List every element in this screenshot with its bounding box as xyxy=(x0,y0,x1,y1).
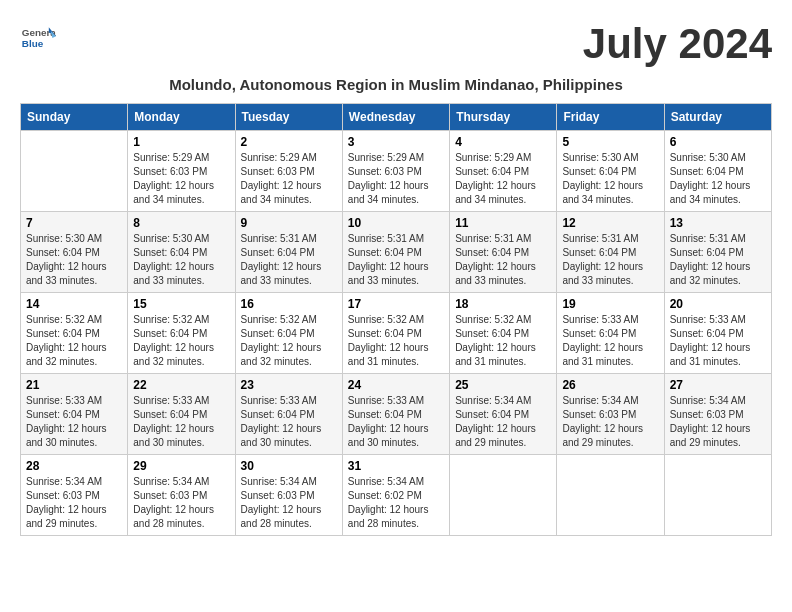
calendar-table: SundayMondayTuesdayWednesdayThursdayFrid… xyxy=(20,103,772,536)
calendar-day-cell: 11Sunrise: 5:31 AM Sunset: 6:04 PM Dayli… xyxy=(450,212,557,293)
weekday-header-row: SundayMondayTuesdayWednesdayThursdayFrid… xyxy=(21,104,772,131)
day-number: 26 xyxy=(562,378,658,392)
calendar-day-cell: 9Sunrise: 5:31 AM Sunset: 6:04 PM Daylig… xyxy=(235,212,342,293)
calendar-day-cell: 20Sunrise: 5:33 AM Sunset: 6:04 PM Dayli… xyxy=(664,293,771,374)
day-number: 14 xyxy=(26,297,122,311)
location-title: Molundo, Autonomous Region in Muslim Min… xyxy=(20,76,772,93)
calendar-day-cell: 13Sunrise: 5:31 AM Sunset: 6:04 PM Dayli… xyxy=(664,212,771,293)
day-number: 19 xyxy=(562,297,658,311)
day-info: Sunrise: 5:33 AM Sunset: 6:04 PM Dayligh… xyxy=(133,394,229,450)
day-info: Sunrise: 5:33 AM Sunset: 6:04 PM Dayligh… xyxy=(562,313,658,369)
calendar-day-cell: 25Sunrise: 5:34 AM Sunset: 6:04 PM Dayli… xyxy=(450,374,557,455)
day-info: Sunrise: 5:31 AM Sunset: 6:04 PM Dayligh… xyxy=(348,232,444,288)
calendar-day-cell: 28Sunrise: 5:34 AM Sunset: 6:03 PM Dayli… xyxy=(21,455,128,536)
calendar-day-cell: 14Sunrise: 5:32 AM Sunset: 6:04 PM Dayli… xyxy=(21,293,128,374)
calendar-week-row: 21Sunrise: 5:33 AM Sunset: 6:04 PM Dayli… xyxy=(21,374,772,455)
day-number: 15 xyxy=(133,297,229,311)
day-info: Sunrise: 5:31 AM Sunset: 6:04 PM Dayligh… xyxy=(670,232,766,288)
day-number: 28 xyxy=(26,459,122,473)
day-number: 16 xyxy=(241,297,337,311)
day-info: Sunrise: 5:32 AM Sunset: 6:04 PM Dayligh… xyxy=(241,313,337,369)
day-number: 1 xyxy=(133,135,229,149)
day-number: 25 xyxy=(455,378,551,392)
day-number: 23 xyxy=(241,378,337,392)
day-info: Sunrise: 5:31 AM Sunset: 6:04 PM Dayligh… xyxy=(455,232,551,288)
day-number: 21 xyxy=(26,378,122,392)
calendar-day-cell: 17Sunrise: 5:32 AM Sunset: 6:04 PM Dayli… xyxy=(342,293,449,374)
calendar-day-cell: 31Sunrise: 5:34 AM Sunset: 6:02 PM Dayli… xyxy=(342,455,449,536)
day-number: 9 xyxy=(241,216,337,230)
day-info: Sunrise: 5:32 AM Sunset: 6:04 PM Dayligh… xyxy=(348,313,444,369)
day-info: Sunrise: 5:31 AM Sunset: 6:04 PM Dayligh… xyxy=(241,232,337,288)
day-info: Sunrise: 5:33 AM Sunset: 6:04 PM Dayligh… xyxy=(26,394,122,450)
calendar-week-row: 1Sunrise: 5:29 AM Sunset: 6:03 PM Daylig… xyxy=(21,131,772,212)
calendar-day-cell xyxy=(557,455,664,536)
day-number: 27 xyxy=(670,378,766,392)
calendar-day-cell: 12Sunrise: 5:31 AM Sunset: 6:04 PM Dayli… xyxy=(557,212,664,293)
day-info: Sunrise: 5:34 AM Sunset: 6:03 PM Dayligh… xyxy=(133,475,229,531)
weekday-header-cell: Friday xyxy=(557,104,664,131)
day-number: 2 xyxy=(241,135,337,149)
day-number: 11 xyxy=(455,216,551,230)
day-info: Sunrise: 5:31 AM Sunset: 6:04 PM Dayligh… xyxy=(562,232,658,288)
day-info: Sunrise: 5:30 AM Sunset: 6:04 PM Dayligh… xyxy=(26,232,122,288)
calendar-day-cell: 8Sunrise: 5:30 AM Sunset: 6:04 PM Daylig… xyxy=(128,212,235,293)
calendar-day-cell: 15Sunrise: 5:32 AM Sunset: 6:04 PM Dayli… xyxy=(128,293,235,374)
calendar-day-cell: 19Sunrise: 5:33 AM Sunset: 6:04 PM Dayli… xyxy=(557,293,664,374)
day-number: 30 xyxy=(241,459,337,473)
day-info: Sunrise: 5:30 AM Sunset: 6:04 PM Dayligh… xyxy=(133,232,229,288)
calendar-body: 1Sunrise: 5:29 AM Sunset: 6:03 PM Daylig… xyxy=(21,131,772,536)
day-number: 22 xyxy=(133,378,229,392)
day-number: 10 xyxy=(348,216,444,230)
calendar-week-row: 28Sunrise: 5:34 AM Sunset: 6:03 PM Dayli… xyxy=(21,455,772,536)
day-number: 17 xyxy=(348,297,444,311)
calendar-day-cell xyxy=(664,455,771,536)
day-info: Sunrise: 5:34 AM Sunset: 6:03 PM Dayligh… xyxy=(241,475,337,531)
calendar-day-cell: 23Sunrise: 5:33 AM Sunset: 6:04 PM Dayli… xyxy=(235,374,342,455)
calendar-day-cell: 26Sunrise: 5:34 AM Sunset: 6:03 PM Dayli… xyxy=(557,374,664,455)
calendar-day-cell: 22Sunrise: 5:33 AM Sunset: 6:04 PM Dayli… xyxy=(128,374,235,455)
day-number: 3 xyxy=(348,135,444,149)
calendar-day-cell: 7Sunrise: 5:30 AM Sunset: 6:04 PM Daylig… xyxy=(21,212,128,293)
day-info: Sunrise: 5:30 AM Sunset: 6:04 PM Dayligh… xyxy=(562,151,658,207)
calendar-day-cell: 4Sunrise: 5:29 AM Sunset: 6:04 PM Daylig… xyxy=(450,131,557,212)
weekday-header-cell: Thursday xyxy=(450,104,557,131)
day-info: Sunrise: 5:34 AM Sunset: 6:02 PM Dayligh… xyxy=(348,475,444,531)
day-info: Sunrise: 5:34 AM Sunset: 6:03 PM Dayligh… xyxy=(562,394,658,450)
calendar-day-cell: 29Sunrise: 5:34 AM Sunset: 6:03 PM Dayli… xyxy=(128,455,235,536)
weekday-header-cell: Tuesday xyxy=(235,104,342,131)
calendar-day-cell: 21Sunrise: 5:33 AM Sunset: 6:04 PM Dayli… xyxy=(21,374,128,455)
calendar-week-row: 7Sunrise: 5:30 AM Sunset: 6:04 PM Daylig… xyxy=(21,212,772,293)
weekday-header-cell: Sunday xyxy=(21,104,128,131)
calendar-day-cell: 1Sunrise: 5:29 AM Sunset: 6:03 PM Daylig… xyxy=(128,131,235,212)
day-info: Sunrise: 5:33 AM Sunset: 6:04 PM Dayligh… xyxy=(241,394,337,450)
weekday-header-cell: Monday xyxy=(128,104,235,131)
day-info: Sunrise: 5:32 AM Sunset: 6:04 PM Dayligh… xyxy=(26,313,122,369)
calendar-day-cell: 18Sunrise: 5:32 AM Sunset: 6:04 PM Dayli… xyxy=(450,293,557,374)
month-year-title: July 2024 xyxy=(583,20,772,68)
day-number: 4 xyxy=(455,135,551,149)
calendar-day-cell: 30Sunrise: 5:34 AM Sunset: 6:03 PM Dayli… xyxy=(235,455,342,536)
calendar-day-cell: 27Sunrise: 5:34 AM Sunset: 6:03 PM Dayli… xyxy=(664,374,771,455)
calendar-day-cell: 3Sunrise: 5:29 AM Sunset: 6:03 PM Daylig… xyxy=(342,131,449,212)
logo: General Blue xyxy=(20,20,60,56)
page-header: General Blue July 2024 xyxy=(20,20,772,68)
day-number: 7 xyxy=(26,216,122,230)
day-number: 8 xyxy=(133,216,229,230)
day-info: Sunrise: 5:29 AM Sunset: 6:03 PM Dayligh… xyxy=(241,151,337,207)
calendar-day-cell: 24Sunrise: 5:33 AM Sunset: 6:04 PM Dayli… xyxy=(342,374,449,455)
day-info: Sunrise: 5:34 AM Sunset: 6:03 PM Dayligh… xyxy=(26,475,122,531)
day-info: Sunrise: 5:32 AM Sunset: 6:04 PM Dayligh… xyxy=(455,313,551,369)
day-info: Sunrise: 5:33 AM Sunset: 6:04 PM Dayligh… xyxy=(348,394,444,450)
calendar-day-cell: 2Sunrise: 5:29 AM Sunset: 6:03 PM Daylig… xyxy=(235,131,342,212)
day-number: 24 xyxy=(348,378,444,392)
day-info: Sunrise: 5:29 AM Sunset: 6:03 PM Dayligh… xyxy=(348,151,444,207)
calendar-day-cell: 5Sunrise: 5:30 AM Sunset: 6:04 PM Daylig… xyxy=(557,131,664,212)
calendar-day-cell: 10Sunrise: 5:31 AM Sunset: 6:04 PM Dayli… xyxy=(342,212,449,293)
weekday-header-cell: Saturday xyxy=(664,104,771,131)
day-number: 6 xyxy=(670,135,766,149)
svg-text:Blue: Blue xyxy=(22,38,44,49)
day-number: 20 xyxy=(670,297,766,311)
calendar-day-cell: 6Sunrise: 5:30 AM Sunset: 6:04 PM Daylig… xyxy=(664,131,771,212)
day-info: Sunrise: 5:33 AM Sunset: 6:04 PM Dayligh… xyxy=(670,313,766,369)
